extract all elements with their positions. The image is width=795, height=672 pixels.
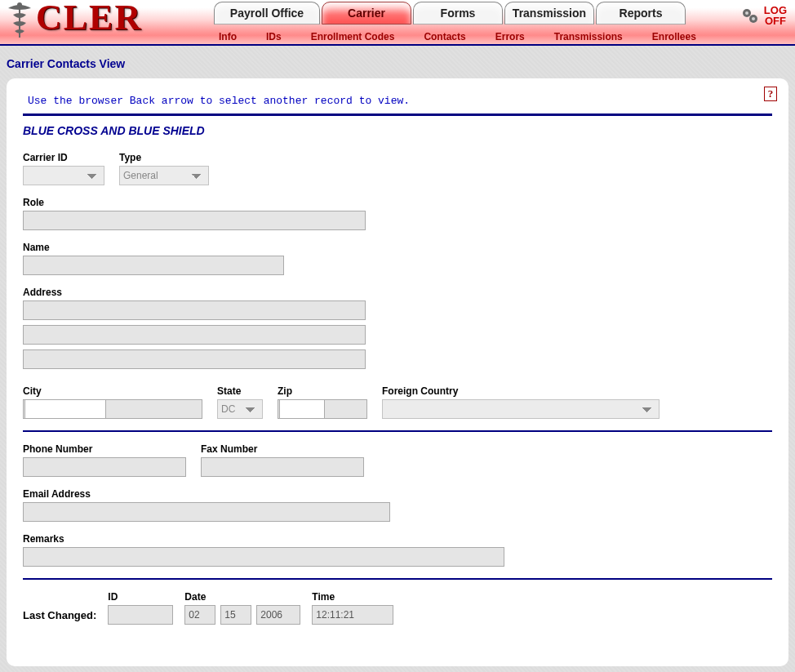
- divider: [23, 113, 772, 116]
- gear-icon: [739, 6, 759, 25]
- divider: [23, 578, 772, 580]
- name-label: Name: [23, 242, 284, 253]
- carrier-id-label: Carrier ID: [23, 152, 104, 163]
- help-icon[interactable]: ?: [764, 87, 777, 101]
- phone-field: [23, 457, 186, 477]
- zip-field[interactable]: [279, 399, 325, 419]
- address-line-2: [23, 325, 366, 345]
- remarks-label: Remarks: [23, 533, 504, 545]
- state-select: DC: [217, 399, 263, 419]
- fax-field: [201, 457, 364, 477]
- lc-date-mm: [184, 605, 215, 625]
- logoff-button[interactable]: LOG OFF: [739, 5, 787, 26]
- zip-wrapper: [278, 399, 367, 419]
- remarks-field: [23, 547, 504, 567]
- last-changed-row: Last Changed: ID Date Time: [23, 591, 772, 625]
- subnav-enrollment-codes[interactable]: Enrollment Codes: [296, 31, 410, 42]
- role-field: [23, 211, 366, 230]
- email-label: Email Address: [23, 488, 390, 500]
- subnav-enrollees[interactable]: Enrollees: [637, 31, 711, 42]
- lc-time-label: Time: [312, 591, 393, 603]
- type-select: General: [119, 166, 209, 185]
- city-label: City: [23, 385, 202, 397]
- lc-date-yyyy: [256, 605, 300, 625]
- lc-date-group: [184, 605, 300, 625]
- svg-point-3: [745, 11, 748, 15]
- fax-label: Fax Number: [201, 443, 364, 455]
- state-label: State: [217, 385, 263, 397]
- lc-date-dd: [220, 605, 251, 625]
- top-tabs: Payroll Office Carrier Forms Transmissio…: [214, 2, 686, 24]
- caduceus-icon: [3, 0, 36, 42]
- page-title: Carrier Contacts View: [7, 57, 795, 70]
- lc-time-field: [312, 605, 393, 625]
- type-label: Type: [119, 152, 209, 163]
- lc-id-label: ID: [108, 591, 173, 603]
- subnav-transmissions[interactable]: Transmissions: [540, 31, 637, 42]
- sub-nav: Info IDs Enrollment Codes Contacts Error…: [204, 31, 711, 42]
- city-field[interactable]: [24, 399, 106, 419]
- subnav-ids[interactable]: IDs: [251, 31, 296, 42]
- address-line-1: [23, 300, 366, 320]
- tab-forms[interactable]: Forms: [413, 2, 503, 24]
- phone-label: Phone Number: [23, 443, 186, 455]
- address-label: Address: [23, 287, 366, 298]
- logoff-label: LOG OFF: [764, 5, 787, 26]
- carrier-name-heading: BLUE CROSS AND BLUE SHIELD: [23, 124, 772, 137]
- app-header: CLER Payroll Office Carrier Forms Transm…: [0, 0, 795, 46]
- role-label: Role: [23, 197, 366, 208]
- svg-point-5: [752, 17, 755, 20]
- app-name: CLER: [36, 0, 142, 36]
- subnav-info[interactable]: Info: [204, 31, 251, 42]
- foreign-country-label: Foreign Country: [382, 385, 660, 397]
- subnav-contacts[interactable]: Contacts: [409, 31, 480, 42]
- email-field: [23, 502, 390, 522]
- tab-reports[interactable]: Reports: [596, 2, 686, 24]
- carrier-id-select: [23, 166, 104, 185]
- last-changed-label: Last Changed:: [23, 609, 96, 625]
- city-wrapper: [23, 399, 202, 419]
- divider: [23, 430, 772, 432]
- instruction-text: Use the browser Back arrow to select ano…: [28, 95, 772, 107]
- logo-area: CLER: [3, 0, 142, 42]
- tab-payroll-office[interactable]: Payroll Office: [214, 2, 320, 24]
- tab-carrier[interactable]: Carrier: [322, 2, 411, 24]
- lc-id-field: [108, 605, 173, 625]
- tab-transmission[interactable]: Transmission: [504, 2, 594, 24]
- lc-date-label: Date: [184, 591, 300, 603]
- main-panel: ? Use the browser Back arrow to select a…: [7, 78, 788, 666]
- subnav-errors[interactable]: Errors: [481, 31, 540, 42]
- address-line-3: [23, 349, 366, 369]
- zip-label: Zip: [278, 385, 367, 397]
- foreign-country-select: [382, 399, 660, 419]
- name-field: [23, 256, 284, 275]
